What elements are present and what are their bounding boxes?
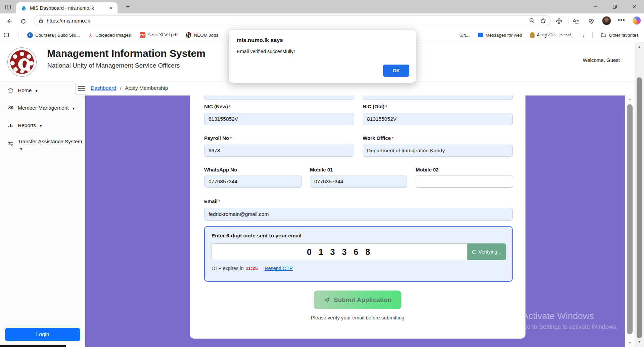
- work-office-field[interactable]: [363, 145, 513, 157]
- sidebar-label-transfer-assistance: Transfer Assistance System: [18, 139, 82, 144]
- scroll-up-icon[interactable]: ▲: [635, 45, 644, 48]
- sidebar-item-transfer-assistance[interactable]: Transfer Assistance System ▼: [0, 138, 85, 153]
- browser-window: MIS Dashboard - mis.numo.lk × + https://…: [0, 0, 644, 347]
- required-asterisk: *: [392, 136, 394, 141]
- otp-heading: Enter 6-digit code sent to your email: [212, 233, 302, 239]
- back-button[interactable]: [5, 17, 14, 26]
- bookmark-grade4[interactable]: 4 ශ්‍රේණිය - e-තක්...: [530, 32, 574, 38]
- login-button[interactable]: Login: [5, 328, 80, 341]
- sidebar-label-reports: Reports: [18, 122, 36, 128]
- sidebar-item-member-management[interactable]: Member Management ▼: [0, 104, 85, 112]
- lock-icon: [39, 18, 43, 23]
- caret-down-icon: ▼: [35, 89, 38, 93]
- cropped-input-left[interactable]: [204, 95, 354, 100]
- site-favicon-icon: [21, 5, 27, 11]
- minimize-button[interactable]: [586, 0, 605, 13]
- resend-otp-link[interactable]: Resend OTP: [265, 266, 293, 271]
- window-scrollbar-thumb[interactable]: [637, 77, 642, 338]
- tab-close-icon[interactable]: ×: [107, 5, 114, 11]
- messages-favicon-icon: [478, 33, 483, 37]
- uploaded-images-favicon-icon: ✂: [88, 33, 94, 37]
- sidebar-item-reports[interactable]: Reports ▼: [0, 122, 85, 129]
- home-icon: [7, 87, 14, 93]
- bookmarks-divider: [18, 32, 18, 38]
- address-bar[interactable]: https://mis.numo.lk: [34, 15, 551, 26]
- profile-avatar[interactable]: [602, 16, 611, 25]
- alert-dialog-message: Email verified successfully!: [237, 49, 295, 54]
- caret-down-icon: ▼: [72, 107, 75, 110]
- url-text: https://mis.numo.lk: [47, 18, 529, 24]
- scroll-up-icon[interactable]: ▲: [625, 98, 635, 101]
- toolbar-divider: [568, 17, 568, 24]
- copilot-icon[interactable]: [633, 16, 641, 25]
- sidebar-item-home[interactable]: Home ▼: [0, 87, 85, 94]
- bookmarks-divider-right: [592, 32, 593, 38]
- cropped-input-right[interactable]: [363, 95, 513, 100]
- whatsapp-label: WhatsApp No: [204, 167, 237, 172]
- sidebar-label-member-management: Member Management: [18, 105, 69, 111]
- required-asterisk: *: [385, 104, 387, 109]
- required-asterisk: *: [229, 104, 231, 109]
- bookmark-pdf[interactable]: PDF විනය XLVII.pdf: [140, 32, 178, 38]
- payroll-label: Payroll No*: [204, 135, 232, 141]
- collections-icon[interactable]: [3, 32, 9, 38]
- browser-titlebar: MIS Dashboard - mis.numo.lk × +: [0, 0, 644, 13]
- scroll-down-icon[interactable]: ▼: [635, 340, 644, 344]
- scroll-down-icon[interactable]: ▼: [625, 341, 635, 344]
- settings-more-icon[interactable]: •••: [618, 17, 625, 24]
- spinner-icon: [472, 250, 476, 254]
- zoom-out-icon[interactable]: [529, 17, 535, 24]
- nic-old-field[interactable]: [363, 113, 513, 125]
- new-tab-button[interactable]: +: [124, 3, 132, 11]
- site-subtitle: National Unity of Management Service Off…: [47, 62, 180, 69]
- reports-icon: [7, 122, 14, 128]
- tab-title: MIS Dashboard - mis.numo.lk: [30, 5, 107, 11]
- payroll-field[interactable]: [204, 145, 354, 157]
- application-form-card: NIC (New)* NIC (Old)* Payroll No* Work O…: [190, 95, 525, 339]
- bookmark-messages-for-web[interactable]: Messages for web: [478, 33, 522, 38]
- nic-new-field[interactable]: [204, 113, 354, 125]
- browser-essentials-icon[interactable]: [587, 17, 596, 26]
- favorites-list-icon[interactable]: [571, 17, 580, 26]
- mobile2-field[interactable]: [416, 176, 513, 188]
- content-scrollbar-thumb[interactable]: [627, 104, 633, 334]
- otp-code-input[interactable]: [212, 243, 467, 260]
- browser-tab[interactable]: MIS Dashboard - mis.numo.lk ×: [16, 2, 118, 13]
- submit-note: Please verify your email before submitti…: [190, 315, 525, 320]
- activate-windows-watermark: Activate Windows: [522, 311, 594, 321]
- other-favorites-button[interactable]: Other favorites: [601, 32, 639, 38]
- mobile1-label: Mobile 01: [310, 167, 333, 172]
- site-title: Management Information System: [47, 48, 205, 59]
- window-controls: [586, 0, 644, 13]
- coursera-favicon-icon: C: [27, 32, 33, 38]
- mobile1-field[interactable]: [310, 176, 407, 188]
- email-field[interactable]: [204, 208, 513, 221]
- welcome-text: Welcome, Guest: [583, 57, 620, 63]
- whatsapp-field[interactable]: [204, 176, 302, 188]
- required-asterisk: *: [219, 199, 220, 204]
- close-window-button[interactable]: [625, 0, 644, 13]
- taskbar-edge: [0, 345, 66, 347]
- refresh-button[interactable]: [19, 17, 28, 26]
- breadcrumb-dashboard-link[interactable]: Dashboard: [91, 85, 116, 91]
- breadcrumb-separator: /: [120, 85, 121, 91]
- bookmark-coursera[interactable]: C Coursera | Build Skil...: [27, 32, 80, 38]
- submit-application-button[interactable]: Submit Application: [314, 291, 401, 309]
- bookmark-uploaded-images[interactable]: ✂ Uploaded Images: [89, 32, 131, 38]
- window-scrollbar[interactable]: ▲ ▼: [635, 42, 644, 347]
- tab-actions-icon[interactable]: [4, 3, 12, 11]
- favorite-star-icon[interactable]: [540, 17, 546, 24]
- bookmark-neom-jobs[interactable]: NEOM Jobs: [186, 32, 218, 38]
- extensions-icon[interactable]: [555, 17, 563, 26]
- bookmarks-overflow-chevron-icon[interactable]: ›: [583, 32, 584, 38]
- sidebar-toggle-button[interactable]: [75, 83, 88, 95]
- content-scrollbar[interactable]: ▲ ▼: [625, 95, 635, 347]
- pdf-favicon-icon: PDF: [140, 32, 145, 38]
- otp-expires-text: OTP expires in: [212, 266, 244, 271]
- breadcrumb: Dashboard / Apply Membership: [91, 85, 168, 91]
- verify-otp-button[interactable]: Verifying...: [467, 243, 506, 260]
- alert-ok-button[interactable]: OK: [383, 65, 409, 77]
- bookmark-sin[interactable]: Sin...: [459, 33, 470, 38]
- sidebar-label-home: Home: [18, 87, 32, 93]
- restore-button[interactable]: [605, 0, 625, 13]
